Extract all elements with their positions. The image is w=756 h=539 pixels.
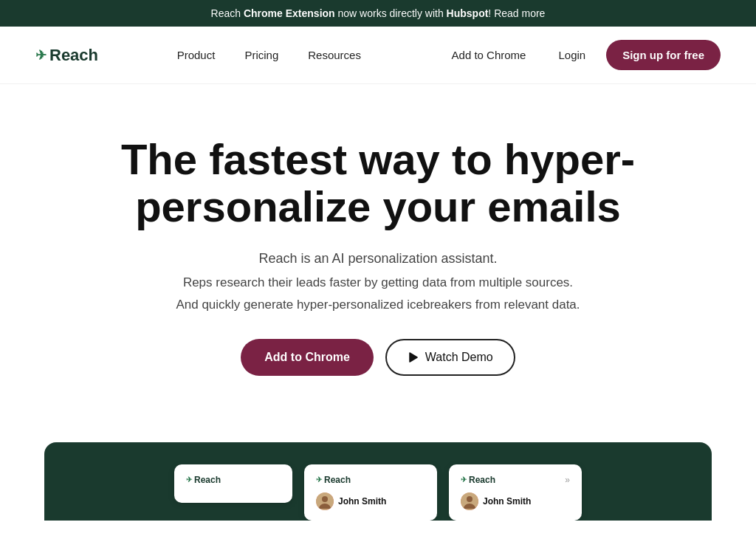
hero-cards-area: ✈ Reach ✈ Reach John Smith xyxy=(44,442,712,521)
mini-chevron-icon: » xyxy=(565,475,570,485)
logo[interactable]: ✈ Reach xyxy=(35,46,98,65)
svg-point-3 xyxy=(467,496,472,502)
watch-demo-label: Watch Demo xyxy=(425,351,493,364)
nav-item-product[interactable]: Product xyxy=(165,43,227,67)
mini-user-name-2: John Smith xyxy=(338,496,386,507)
logo-text: Reach xyxy=(49,46,98,65)
mini-user-name-3: John Smith xyxy=(483,496,531,507)
banner-text: Reach Chrome Extension now works directl… xyxy=(211,7,546,19)
nav-add-to-chrome[interactable]: Add to Chrome xyxy=(440,43,538,67)
hero-add-to-chrome-button[interactable]: Add to Chrome xyxy=(241,339,374,376)
mini-card-3-header: ✈ Reach » xyxy=(461,475,570,485)
nav-signup-button[interactable]: Sign up for free xyxy=(606,40,721,70)
mini-card-1-header: ✈ Reach xyxy=(186,475,281,485)
banner-bold2: Hubspot xyxy=(447,7,489,19)
nav-links: Product Pricing Resources xyxy=(165,43,373,67)
mini-card-2: ✈ Reach John Smith xyxy=(304,464,437,521)
mini-avatar-2 xyxy=(316,492,334,510)
mini-card-1: ✈ Reach xyxy=(174,464,292,503)
hero-section: The fastest way to hyper-personalize you… xyxy=(83,84,673,442)
mini-card-3: ✈ Reach » John Smith xyxy=(449,464,582,521)
navbar: ✈ Reach Product Pricing Resources Add to… xyxy=(0,27,756,84)
announcement-banner: Reach Chrome Extension now works directl… xyxy=(0,0,756,27)
nav-item-resources[interactable]: Resources xyxy=(296,43,373,67)
mini-logo-2: ✈ Reach xyxy=(316,475,351,485)
mini-user-row-3: John Smith xyxy=(461,492,570,510)
hero-desc2: And quickly generate hyper-personalized … xyxy=(112,298,644,312)
banner-bold1: Chrome Extension xyxy=(244,7,335,19)
mini-logo-3: ✈ Reach xyxy=(461,475,495,485)
hero-watch-demo-button[interactable]: Watch Demo xyxy=(385,339,515,376)
logo-icon: ✈ xyxy=(35,47,47,63)
nav-login[interactable]: Login xyxy=(546,43,597,67)
nav-actions: Add to Chrome Login Sign up for free xyxy=(440,40,721,70)
hero-subtitle: Reach is an AI personalization assistant… xyxy=(112,251,644,267)
mini-user-row-2: John Smith xyxy=(316,492,425,510)
nav-item-pricing[interactable]: Pricing xyxy=(233,43,290,67)
mini-logo-1: ✈ Reach xyxy=(186,475,221,485)
hero-desc1: Reps research their leads faster by gett… xyxy=(112,275,644,290)
hero-buttons: Add to Chrome Watch Demo xyxy=(112,339,644,376)
hero-title: The fastest way to hyper-personalize you… xyxy=(112,136,644,230)
play-icon xyxy=(408,351,419,363)
mini-card-2-header: ✈ Reach xyxy=(316,475,425,485)
mini-avatar-3 xyxy=(461,492,478,510)
svg-point-1 xyxy=(322,496,328,502)
